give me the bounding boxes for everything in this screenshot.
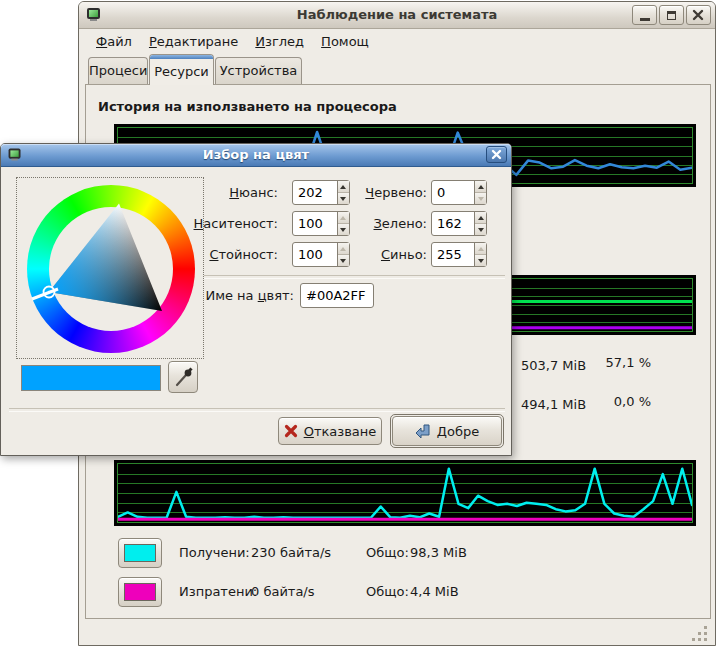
tab-devices[interactable]: Устройства xyxy=(215,57,302,84)
blue-input[interactable] xyxy=(432,243,474,266)
green-spinbutton[interactable] xyxy=(431,211,487,236)
eyedropper-button[interactable] xyxy=(168,361,198,393)
maximize-icon xyxy=(667,11,676,20)
blue-spin-down[interactable] xyxy=(475,255,486,266)
main-titlebar[interactable]: Наблюдение на системата xyxy=(79,2,715,29)
current-color-swatch xyxy=(21,365,161,391)
color-picker-dialog: Избор на цвят xyxy=(0,143,512,456)
red-spin-down[interactable] xyxy=(475,193,486,204)
dialog-close-button[interactable] xyxy=(486,146,507,163)
statusbar xyxy=(79,620,715,646)
ok-enter-icon xyxy=(415,424,431,439)
network-history-chart xyxy=(114,460,696,526)
blue-spinbutton[interactable] xyxy=(431,242,487,267)
menubar: Файл Редактиране Изглед Помощ xyxy=(79,28,715,54)
hue-label: Нюанс: xyxy=(151,185,278,200)
red-spin-up[interactable] xyxy=(475,181,486,193)
color-wheel[interactable] xyxy=(16,177,204,359)
dialog-title: Избор на цвят xyxy=(1,147,511,162)
action-separator xyxy=(9,408,505,412)
menu-file[interactable]: Файл xyxy=(93,32,135,51)
close-icon xyxy=(687,6,710,24)
eyedropper-icon xyxy=(169,362,197,392)
minimize-button[interactable] xyxy=(632,5,657,25)
main-window-title: Наблюдение на системата xyxy=(79,7,715,22)
dialog-close-icon xyxy=(487,147,506,162)
tab-processes[interactable]: Процеси xyxy=(88,57,148,84)
red-label: Червено: xyxy=(321,185,427,200)
cancel-x-icon xyxy=(284,424,298,438)
menu-edit[interactable]: Редактиране xyxy=(146,32,241,51)
dialog-titlebar[interactable]: Избор на цвят xyxy=(1,144,511,167)
ok-button[interactable]: Добре xyxy=(392,416,502,446)
green-label: Зелено: xyxy=(321,216,427,231)
fields-separator xyxy=(204,275,505,279)
blue-label: Синьо: xyxy=(321,247,427,262)
cancel-button[interactable]: Отказване xyxy=(278,417,382,445)
maximize-button[interactable] xyxy=(659,5,684,25)
red-spinbutton[interactable] xyxy=(431,180,487,205)
resize-grip-icon[interactable] xyxy=(689,623,709,641)
green-spin-down[interactable] xyxy=(475,224,486,235)
color-name-label: Име на цвят: xyxy=(151,288,294,303)
menu-help[interactable]: Помощ xyxy=(318,32,372,51)
color-name-input[interactable]: #00A2FF xyxy=(300,283,374,308)
value-label: Стойност: xyxy=(151,247,278,262)
red-input[interactable] xyxy=(432,181,474,204)
blue-spin-up[interactable] xyxy=(475,243,486,255)
close-button[interactable] xyxy=(686,5,711,25)
ok-button-focus-ring: Добре xyxy=(390,414,504,448)
tab-resources[interactable]: Ресурси xyxy=(149,54,214,85)
green-spin-up[interactable] xyxy=(475,212,486,224)
saturation-label: Наситеност: xyxy=(151,216,278,231)
minimize-icon xyxy=(640,18,650,21)
menu-view[interactable]: Изглед xyxy=(252,32,307,51)
hsv-triangle[interactable] xyxy=(17,178,203,358)
green-input[interactable] xyxy=(432,212,474,235)
